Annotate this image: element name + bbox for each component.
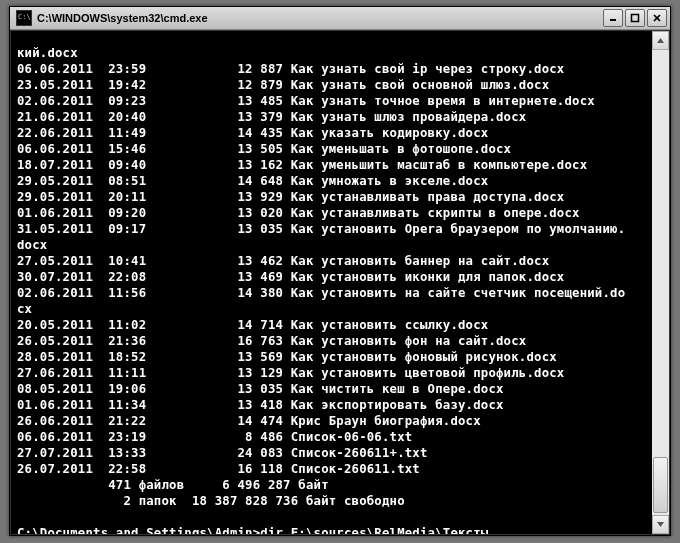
maximize-button[interactable] xyxy=(625,9,645,27)
window-title: C:\WINDOWS\system32\cmd.exe xyxy=(37,12,603,24)
terminal-output: кий.docx 06.06.2011 23:59 12 887 Как узн… xyxy=(11,43,652,534)
close-button[interactable] xyxy=(647,9,667,27)
scroll-thumb[interactable] xyxy=(653,457,668,513)
minimize-button[interactable] xyxy=(603,9,623,27)
cmd-window: C:\WINDOWS\system32\cmd.exe кий.docx 06.… xyxy=(9,6,671,536)
client-area: кий.docx 06.06.2011 23:59 12 887 Как узн… xyxy=(10,30,670,535)
scroll-track[interactable] xyxy=(652,50,669,515)
minimize-icon xyxy=(608,13,618,23)
svg-marker-5 xyxy=(657,522,664,527)
maximize-icon xyxy=(630,13,640,23)
scroll-down-button[interactable] xyxy=(652,515,669,534)
terminal-viewport[interactable]: кий.docx 06.06.2011 23:59 12 887 Как узн… xyxy=(11,31,652,534)
svg-rect-1 xyxy=(632,15,639,22)
chevron-down-icon xyxy=(656,520,665,529)
titlebar[interactable]: C:\WINDOWS\system32\cmd.exe xyxy=(10,7,670,30)
chevron-up-icon xyxy=(656,36,665,45)
svg-marker-4 xyxy=(657,38,664,43)
close-icon xyxy=(652,13,662,23)
scroll-up-button[interactable] xyxy=(652,31,669,50)
window-controls xyxy=(603,9,667,27)
vertical-scrollbar[interactable] xyxy=(652,31,669,534)
cmd-icon xyxy=(16,10,32,26)
